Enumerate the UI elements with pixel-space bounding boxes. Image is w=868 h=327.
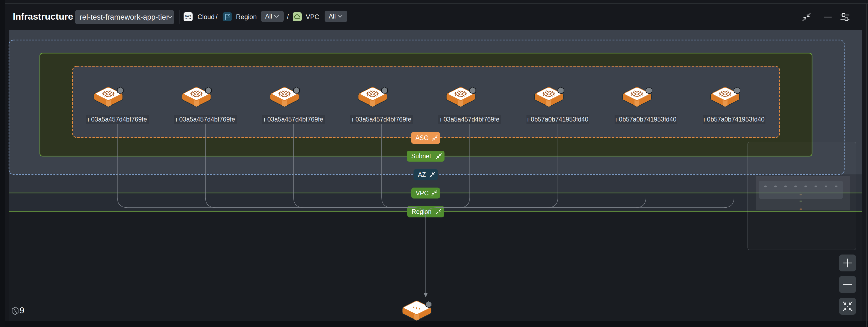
svg-text:Cloud: Cloud [197, 13, 215, 21]
svg-text:i-0b57a0b741953fd40: i-0b57a0b741953fd40 [704, 116, 765, 123]
svg-text:ASG: ASG [415, 134, 429, 141]
svg-text:i-03a5a457d4bf769fe: i-03a5a457d4bf769fe [352, 116, 411, 123]
svg-text:Region: Region [236, 13, 257, 21]
svg-text:i-03a5a457d4bf769fe: i-03a5a457d4bf769fe [176, 116, 235, 123]
svg-text:i-0b57a0b741953fd40: i-0b57a0b741953fd40 [527, 116, 588, 123]
svg-text:Infrastructure: Infrastructure [13, 11, 73, 22]
svg-text:i-0b57a0b741953fd40: i-0b57a0b741953fd40 [615, 116, 677, 123]
svg-text:AZ: AZ [418, 171, 426, 178]
svg-text:rel-test-framework-app-tier: rel-test-framework-app-tier [80, 13, 168, 21]
svg-text:i-03a5a457d4bf769fe: i-03a5a457d4bf769fe [440, 116, 499, 123]
svg-text:/: / [216, 13, 218, 21]
svg-text:i-03a5a457d4bf769fe: i-03a5a457d4bf769fe [88, 116, 147, 123]
svg-text:All: All [265, 13, 272, 20]
svg-text:/: / [287, 13, 289, 21]
svg-text:Subnet: Subnet [411, 153, 432, 160]
svg-text:9: 9 [20, 306, 24, 315]
svg-text:i-03a5a457d4bf769fe: i-03a5a457d4bf769fe [264, 116, 323, 123]
svg-text:VPC: VPC [416, 190, 429, 197]
svg-text:All: All [329, 13, 336, 20]
svg-text:aws: aws [185, 14, 191, 18]
svg-text:VPC: VPC [306, 13, 319, 21]
